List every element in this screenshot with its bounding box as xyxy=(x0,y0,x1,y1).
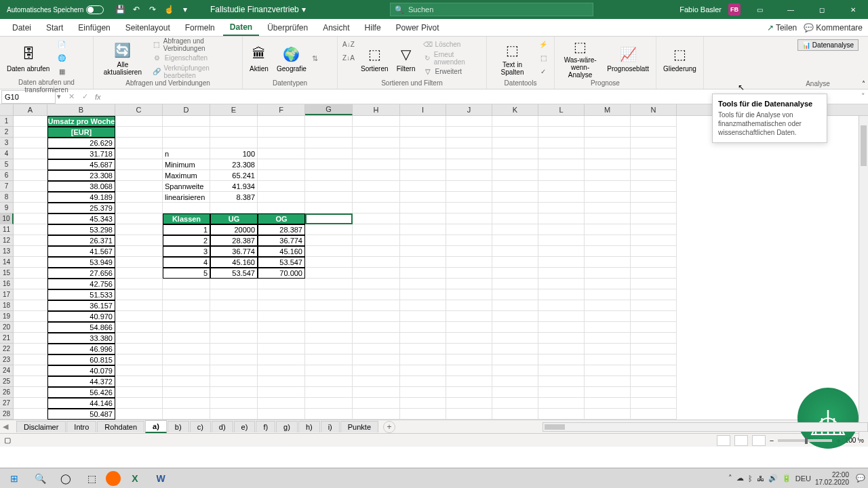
sheet-nav-left-icon[interactable]: ◀ xyxy=(3,422,8,431)
zoom-out-icon[interactable]: − xyxy=(770,436,774,445)
cell[interactable] xyxy=(305,192,353,203)
cell[interactable] xyxy=(210,138,258,148)
cell[interactable] xyxy=(14,224,47,235)
cell[interactable] xyxy=(538,322,585,333)
row-header[interactable]: 28 xyxy=(0,409,14,420)
cell[interactable] xyxy=(353,344,400,354)
cell[interactable] xyxy=(115,257,163,268)
cell[interactable]: 100 xyxy=(210,148,258,159)
autosave-toggle[interactable]: Automatisches Speichern xyxy=(3,4,108,16)
cell[interactable] xyxy=(492,246,538,257)
cell[interactable] xyxy=(492,159,538,170)
filter-button[interactable]: ▽ Filtern xyxy=(394,38,418,79)
col-header[interactable]: F xyxy=(258,104,305,115)
cell[interactable] xyxy=(163,376,210,387)
cell[interactable] xyxy=(585,203,631,214)
cell[interactable]: 4 xyxy=(163,257,210,268)
cell[interactable]: 23.308 xyxy=(210,159,258,170)
cell[interactable] xyxy=(492,192,538,203)
cell[interactable] xyxy=(585,268,631,279)
row-header[interactable]: 14 xyxy=(0,257,14,268)
cell[interactable] xyxy=(14,170,47,181)
cell[interactable] xyxy=(258,203,305,214)
undo-icon[interactable]: ↶ xyxy=(131,4,142,15)
cell[interactable] xyxy=(446,246,492,257)
cell[interactable] xyxy=(446,344,492,354)
expand-formula-icon[interactable]: ˅ xyxy=(861,92,868,101)
cell[interactable] xyxy=(115,376,163,387)
cell[interactable] xyxy=(446,116,492,127)
tab-ueberpruefen[interactable]: Überprüfen xyxy=(260,20,315,35)
cell[interactable] xyxy=(631,214,677,224)
cell[interactable]: 46.996 xyxy=(47,344,115,354)
cell[interactable] xyxy=(115,322,163,333)
cell[interactable] xyxy=(305,354,353,365)
row-header[interactable]: 26 xyxy=(0,387,14,398)
sheet-tab[interactable]: i) xyxy=(321,421,340,432)
cell[interactable] xyxy=(538,409,585,420)
cell[interactable]: 8.387 xyxy=(210,192,258,203)
cell[interactable] xyxy=(353,311,400,322)
cell[interactable] xyxy=(14,300,47,311)
cell[interactable] xyxy=(446,235,492,246)
advanced-filter-button[interactable]: ▽Erweitert xyxy=(421,65,482,78)
cell[interactable] xyxy=(14,333,47,344)
cell[interactable]: OG xyxy=(258,214,305,224)
cell[interactable] xyxy=(446,376,492,387)
cell[interactable] xyxy=(446,138,492,148)
cell[interactable] xyxy=(115,387,163,398)
tab-ansicht[interactable]: Ansicht xyxy=(316,20,356,35)
cell[interactable] xyxy=(14,203,47,214)
cell[interactable] xyxy=(538,127,585,138)
cell[interactable]: n xyxy=(163,148,210,159)
cell[interactable]: 50.487 xyxy=(47,409,115,420)
cell[interactable] xyxy=(492,398,538,409)
cell[interactable] xyxy=(353,354,400,365)
cell[interactable] xyxy=(210,289,258,300)
cell[interactable] xyxy=(14,322,47,333)
cell[interactable] xyxy=(631,354,677,365)
cell[interactable] xyxy=(400,170,446,181)
cell[interactable] xyxy=(163,300,210,311)
cell[interactable] xyxy=(305,344,353,354)
cell[interactable] xyxy=(538,289,585,300)
geography-button[interactable]: 🌍 Geografie xyxy=(274,38,309,79)
cell[interactable]: 70.000 xyxy=(258,268,305,279)
cell[interactable] xyxy=(585,387,631,398)
cell[interactable] xyxy=(631,224,677,235)
cell[interactable] xyxy=(14,311,47,322)
cell[interactable] xyxy=(258,181,305,192)
cell[interactable] xyxy=(305,268,353,279)
sheet-tab[interactable]: Intro xyxy=(66,421,96,432)
cell[interactable] xyxy=(538,192,585,203)
cell[interactable] xyxy=(258,279,305,289)
cell[interactable] xyxy=(210,376,258,387)
cell[interactable] xyxy=(492,203,538,214)
cell[interactable] xyxy=(258,138,305,148)
cell[interactable] xyxy=(305,409,353,420)
page-break-view-icon[interactable] xyxy=(752,435,766,446)
sort-button[interactable]: ⬚ Sortieren xyxy=(358,38,391,79)
cell[interactable] xyxy=(353,333,400,344)
cell[interactable] xyxy=(305,376,353,387)
vertical-scrollbar[interactable] xyxy=(859,116,868,439)
cell[interactable] xyxy=(258,289,305,300)
cell[interactable] xyxy=(305,311,353,322)
cell[interactable] xyxy=(258,116,305,127)
tab-daten[interactable]: Daten xyxy=(223,20,259,36)
cell[interactable] xyxy=(115,268,163,279)
cell[interactable] xyxy=(400,235,446,246)
cell[interactable] xyxy=(538,138,585,148)
col-header[interactable]: C xyxy=(115,104,163,115)
cell[interactable] xyxy=(400,138,446,148)
cell[interactable] xyxy=(631,235,677,246)
cell[interactable] xyxy=(446,409,492,420)
cell[interactable]: UG xyxy=(210,214,258,224)
col-header[interactable]: H xyxy=(353,104,400,115)
cell[interactable] xyxy=(585,181,631,192)
cell[interactable] xyxy=(446,333,492,344)
cell[interactable]: 31.718 xyxy=(47,148,115,159)
cell[interactable] xyxy=(353,300,400,311)
cell[interactable] xyxy=(400,268,446,279)
cell[interactable]: 53.547 xyxy=(210,268,258,279)
